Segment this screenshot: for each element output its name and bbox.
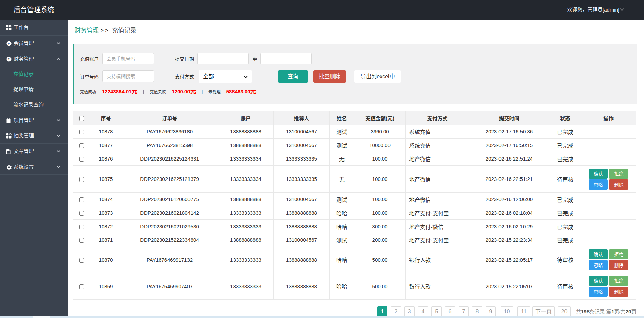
svg-text:V: V: [8, 42, 10, 45]
svg-text:¥: ¥: [8, 57, 10, 61]
